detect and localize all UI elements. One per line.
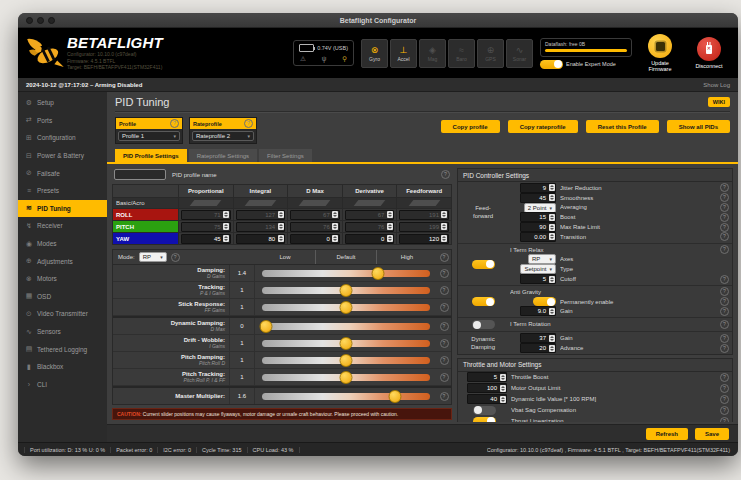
yaw-d-max-input[interactable]: 0 [290, 234, 340, 244]
help-icon[interactable] [720, 275, 729, 284]
jitter-reduction-input[interactable]: 9 [520, 183, 556, 193]
slider-thumb-icon[interactable] [340, 284, 353, 297]
slider-thumb-icon[interactable] [388, 390, 401, 403]
cutoff-input[interactable]: 5 [520, 274, 556, 284]
sidebar-item-setup[interactable]: ⚙Setup [18, 94, 107, 112]
yaw-proportional-input[interactable]: 45 [181, 234, 231, 244]
help-icon[interactable] [441, 170, 450, 179]
pitch-integral-input[interactable]: 134 [236, 222, 286, 232]
axes-select[interactable]: RP [528, 254, 556, 264]
help-icon[interactable] [244, 119, 253, 128]
master-multiplier-slider[interactable] [262, 393, 430, 400]
sidebar-item-blackbox[interactable]: ▮Blackbox [18, 358, 107, 376]
pitch-proportional-input[interactable]: 75 [181, 222, 231, 232]
roll-d-max-input[interactable]: 67 [290, 210, 340, 220]
dynamic-idle-value-100-rpm-input[interactable]: 40 [467, 394, 507, 404]
save-button[interactable]: Save [695, 428, 729, 440]
help-icon[interactable] [440, 303, 449, 312]
help-icon[interactable] [720, 344, 729, 353]
disconnect-button[interactable]: Disconnect [688, 37, 730, 69]
gain-input[interactable]: 37 [520, 333, 556, 343]
sidebar-item-ports[interactable]: ⇄Ports [18, 112, 107, 130]
sidebar-item-motors[interactable]: ⊗Motors [18, 270, 107, 288]
vbat-sag-compensation-toggle[interactable] [473, 406, 496, 415]
yaw-feedforward-input[interactable]: 120 [399, 234, 449, 244]
reset-this-profile-button[interactable]: Reset this Profile [586, 120, 659, 133]
sidebar-item-power-battery[interactable]: ⊟Power & Battery [18, 147, 107, 165]
help-icon[interactable] [720, 417, 729, 422]
pitch-d-max-input[interactable]: 76 [290, 222, 340, 232]
sidebar-item-configuration[interactable]: ⊞Configuration [18, 129, 107, 147]
sidebar-item-receiver[interactable]: ↯Receiver [18, 217, 107, 235]
permanently-enable-toggle[interactable] [533, 297, 556, 306]
i-term-rotation-toggle[interactable] [472, 320, 495, 329]
help-icon[interactable] [720, 287, 729, 296]
yaw-integral-input[interactable]: 80 [236, 234, 286, 244]
window-minimize-icon[interactable] [37, 17, 44, 24]
pitch-damping-slider[interactable] [262, 357, 430, 364]
profile-select[interactable]: Profile 1 [118, 131, 180, 141]
roll-feedforward-input[interactable]: 191 [399, 210, 449, 220]
slider-thumb-icon[interactable] [340, 301, 353, 314]
help-icon[interactable] [720, 320, 729, 329]
sidebar-item-adjustments[interactable]: ⊕Adjustments [18, 252, 107, 270]
tab-filter-settings[interactable]: Filter Settings [259, 149, 312, 162]
yaw-derivative-input[interactable]: 0 [345, 234, 395, 244]
help-icon[interactable] [720, 334, 729, 343]
slider-thumb-icon[interactable] [340, 371, 353, 384]
motor-output-limit-input[interactable]: 100 [467, 383, 507, 393]
help-icon[interactable] [720, 203, 729, 212]
copy-rateprofile-button[interactable]: Copy rateprofile [508, 120, 578, 133]
sidebar-item-pid-tuning[interactable]: ≋PID Tuning [18, 200, 107, 218]
rateprofile-select[interactable]: Rateprofile 2 [192, 131, 254, 141]
pitch-tracking-slider[interactable] [262, 374, 430, 381]
window-close-icon[interactable] [26, 17, 33, 24]
sidebar-item-presets[interactable]: ≡Presets [18, 182, 107, 200]
thrust-linearization-toggle[interactable] [473, 417, 496, 422]
tab-rateprofile-settings[interactable]: Rateprofile Settings [189, 149, 257, 162]
help-icon[interactable] [720, 307, 729, 316]
sidebar-item-video-transmitter[interactable]: ⊙Video Transmitter [18, 305, 107, 323]
help-icon[interactable] [440, 339, 449, 348]
pitch-feedforward-input[interactable]: 199 [399, 222, 449, 232]
tab-pid-profile-settings[interactable]: PID Profile Settings [115, 149, 187, 162]
help-icon[interactable] [720, 245, 729, 254]
anti-gravity-toggle[interactable] [472, 297, 495, 306]
pitch-derivative-input[interactable]: 76 [345, 222, 395, 232]
transition-input[interactable]: 0.00 [520, 232, 556, 242]
sidebar-item-failsafe[interactable]: ⊘Failsafe [18, 164, 107, 182]
help-icon[interactable] [720, 223, 729, 232]
advance-input[interactable]: 20 [520, 343, 556, 353]
help-icon[interactable] [720, 406, 729, 415]
help-icon[interactable] [720, 395, 729, 404]
help-icon[interactable] [720, 297, 729, 306]
help-icon[interactable] [440, 269, 449, 278]
copy-profile-button[interactable]: Copy profile [441, 120, 500, 133]
help-icon[interactable] [171, 253, 180, 262]
stick-response-slider[interactable] [262, 304, 430, 311]
sidebar-item-osd[interactable]: ▦OSD [18, 288, 107, 306]
help-icon[interactable] [440, 373, 449, 382]
help-icon[interactable] [720, 373, 729, 382]
slider-thumb-icon[interactable] [340, 354, 353, 367]
roll-proportional-input[interactable]: 71 [181, 210, 231, 220]
averaging-select[interactable]: 2 Point [524, 203, 556, 213]
show-all-pids-button[interactable]: Show all PIDs [667, 120, 730, 133]
update-firmware-button[interactable]: Update Firmware [639, 34, 681, 72]
help-icon[interactable] [720, 183, 729, 192]
damping-slider[interactable] [262, 270, 430, 277]
refresh-button[interactable]: Refresh [646, 428, 688, 440]
help-icon[interactable] [440, 392, 449, 401]
slider-thumb-icon[interactable] [340, 337, 353, 350]
tracking-slider[interactable] [262, 287, 430, 294]
sidebar-item-modes[interactable]: ◉Modes [18, 235, 107, 253]
slider-thumb-icon[interactable] [260, 320, 273, 333]
dynamic-damping-slider[interactable] [262, 323, 430, 330]
sidebar-item-sensors[interactable]: ∿Sensors [18, 323, 107, 341]
slider-mode-select[interactable]: RP [139, 252, 167, 262]
i-term-relax-toggle[interactable] [472, 260, 495, 269]
sidebar-item-tethered-logging[interactable]: ▤Tethered Logging [18, 340, 107, 358]
slider-thumb-icon[interactable] [371, 267, 384, 280]
pid-profile-name-input[interactable] [114, 169, 166, 180]
window-zoom-icon[interactable] [48, 17, 55, 24]
